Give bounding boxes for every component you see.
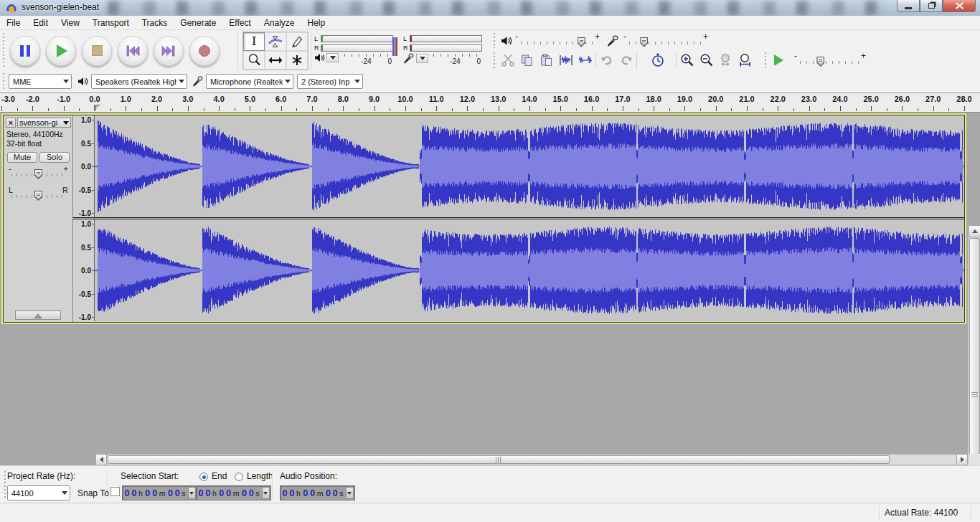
fit-project-button[interactable] bbox=[735, 52, 755, 70]
time-digit[interactable]: 0 bbox=[324, 488, 331, 498]
time-digit[interactable]: 0 bbox=[144, 488, 151, 498]
collapse-track-button[interactable] bbox=[15, 310, 61, 320]
toolbar-grip[interactable] bbox=[1, 73, 6, 90]
time-digit[interactable]: 0 bbox=[288, 488, 296, 498]
time-digit[interactable]: 0 bbox=[204, 488, 212, 498]
track-title-menu[interactable]: svenson-gi bbox=[17, 118, 71, 128]
selection-end-radio-label[interactable]: End bbox=[212, 471, 227, 481]
output-volume-slider[interactable]: - + bbox=[515, 33, 600, 49]
waveform-right-channel[interactable] bbox=[95, 219, 964, 321]
selection-tool-button[interactable]: I bbox=[243, 32, 265, 51]
play-at-speed-button[interactable] bbox=[769, 52, 788, 70]
audio-host-select[interactable]: MME bbox=[9, 74, 72, 89]
copy-button[interactable] bbox=[517, 52, 537, 70]
time-digit[interactable]: 0 bbox=[240, 488, 248, 498]
menu-generate[interactable]: Generate bbox=[174, 16, 222, 30]
time-digit[interactable]: 0 bbox=[151, 488, 159, 498]
selection-length-radio-label[interactable]: Length bbox=[247, 471, 273, 481]
recording-meter[interactable]: L R -240 bbox=[402, 33, 484, 69]
menu-view[interactable]: View bbox=[55, 16, 86, 30]
multi-tool-button[interactable] bbox=[286, 51, 308, 70]
scroll-left-button[interactable] bbox=[95, 454, 107, 465]
timefield-dropdown[interactable] bbox=[188, 487, 196, 499]
fit-selection-button[interactable] bbox=[716, 52, 735, 70]
time-digit[interactable]: 0 bbox=[174, 488, 181, 498]
horizontal-scroll-thumb[interactable] bbox=[108, 455, 890, 464]
menu-tracks[interactable]: Tracks bbox=[136, 16, 174, 30]
timefield-dropdown[interactable] bbox=[346, 487, 354, 499]
menu-file[interactable]: File bbox=[0, 16, 27, 30]
playback-meter-dropdown[interactable] bbox=[326, 53, 339, 62]
menu-edit[interactable]: Edit bbox=[27, 16, 55, 30]
menu-transport[interactable]: Transport bbox=[86, 16, 136, 30]
undo-button[interactable] bbox=[597, 52, 616, 70]
input-device-select[interactable]: Microphone (Realtek Hig bbox=[206, 74, 293, 89]
menu-effect[interactable]: Effect bbox=[222, 16, 257, 30]
time-digit[interactable]: 0 bbox=[309, 488, 316, 498]
track-pan-slider[interactable]: L R bbox=[9, 186, 68, 202]
redo-button[interactable] bbox=[616, 52, 636, 70]
skip-to-end-button[interactable] bbox=[154, 36, 184, 66]
waveform-left-channel[interactable] bbox=[95, 115, 964, 217]
zoom-tool-button[interactable] bbox=[243, 51, 265, 70]
output-volume-thumb[interactable] bbox=[578, 37, 585, 47]
title-bar[interactable]: svenson-gielen-beat bbox=[0, 0, 980, 16]
cut-button[interactable] bbox=[498, 52, 517, 70]
mute-button[interactable]: Mute bbox=[7, 152, 37, 163]
track-gain-thumb[interactable] bbox=[34, 169, 42, 179]
track-gain-slider[interactable]: - + bbox=[9, 165, 68, 181]
pause-button[interactable] bbox=[10, 36, 40, 66]
time-digit[interactable]: 0 bbox=[248, 488, 255, 498]
project-rate-select[interactable]: 44100 bbox=[7, 485, 70, 500]
playback-speed-thumb[interactable] bbox=[816, 57, 824, 67]
track-pan-thumb[interactable] bbox=[34, 191, 42, 201]
zoom-out-button[interactable] bbox=[697, 52, 716, 70]
track-area[interactable]: × svenson-gi Stereo, 44100Hz 32-bit floa… bbox=[0, 113, 980, 454]
horizontal-scrollbar[interactable] bbox=[95, 454, 968, 465]
vertical-ruler-right[interactable]: 1.00.50.0-0.5-1.0 bbox=[73, 219, 95, 321]
output-device-select[interactable]: Speakers (Realtek High bbox=[91, 74, 187, 89]
recording-meter-dropdown[interactable] bbox=[416, 54, 428, 63]
toolbar-grip[interactable] bbox=[763, 52, 768, 68]
play-button[interactable] bbox=[46, 36, 76, 66]
selection-length-radio[interactable] bbox=[235, 473, 243, 481]
time-digit[interactable]: 0 bbox=[166, 488, 174, 498]
draw-tool-button[interactable] bbox=[286, 32, 308, 51]
restore-button[interactable] bbox=[920, 0, 943, 12]
scroll-right-button[interactable] bbox=[956, 454, 968, 465]
time-digit[interactable]: 0 bbox=[302, 488, 309, 498]
time-digit[interactable]: 0 bbox=[331, 488, 339, 498]
stop-button[interactable] bbox=[82, 36, 112, 66]
input-channels-select[interactable]: 2 (Stereo) Inp bbox=[297, 74, 363, 89]
close-track-button[interactable]: × bbox=[6, 118, 16, 128]
toolbar-grip[interactable] bbox=[492, 33, 496, 48]
time-digit[interactable]: 0 bbox=[131, 488, 138, 498]
close-button[interactable] bbox=[943, 0, 976, 12]
timeshift-tool-button[interactable] bbox=[265, 51, 286, 70]
snap-to-checkbox[interactable] bbox=[110, 487, 120, 496]
solo-button[interactable]: Solo bbox=[39, 152, 70, 163]
timefield-dropdown[interactable] bbox=[262, 487, 270, 499]
time-digit[interactable]: 0 bbox=[281, 488, 288, 498]
selection-end-timefield[interactable]: 00h00m00s bbox=[196, 485, 271, 500]
selection-end-radio[interactable] bbox=[199, 473, 208, 481]
trim-audio-button[interactable] bbox=[556, 52, 575, 70]
selection-start-timefield[interactable]: 00h00m00s bbox=[122, 485, 197, 500]
scroll-up-button[interactable] bbox=[969, 225, 980, 237]
time-digit[interactable]: 0 bbox=[123, 488, 131, 498]
timeline-ruler[interactable]: -3.0-2.0-1.00.01.02.03.04.05.06.07.08.09… bbox=[0, 93, 980, 113]
playback-meter[interactable]: L R -240 bbox=[313, 33, 395, 69]
audio-position-timefield[interactable]: 00h00m00s bbox=[280, 485, 355, 500]
input-volume-thumb[interactable] bbox=[640, 37, 648, 47]
envelope-tool-button[interactable] bbox=[265, 32, 286, 51]
vertical-ruler-left[interactable]: 1.00.50.0-0.5-1.0 bbox=[73, 115, 95, 217]
input-volume-slider[interactable]: - + bbox=[623, 33, 708, 49]
menu-help[interactable]: Help bbox=[301, 16, 332, 30]
skip-to-start-button[interactable] bbox=[118, 36, 148, 66]
time-digit[interactable]: 0 bbox=[197, 488, 204, 498]
playback-speed-slider[interactable]: - + bbox=[794, 52, 866, 68]
menu-analyze[interactable]: Analyze bbox=[258, 16, 301, 30]
zoom-in-button[interactable] bbox=[677, 52, 697, 70]
sync-lock-button[interactable] bbox=[648, 52, 667, 70]
paste-button[interactable] bbox=[537, 52, 556, 70]
